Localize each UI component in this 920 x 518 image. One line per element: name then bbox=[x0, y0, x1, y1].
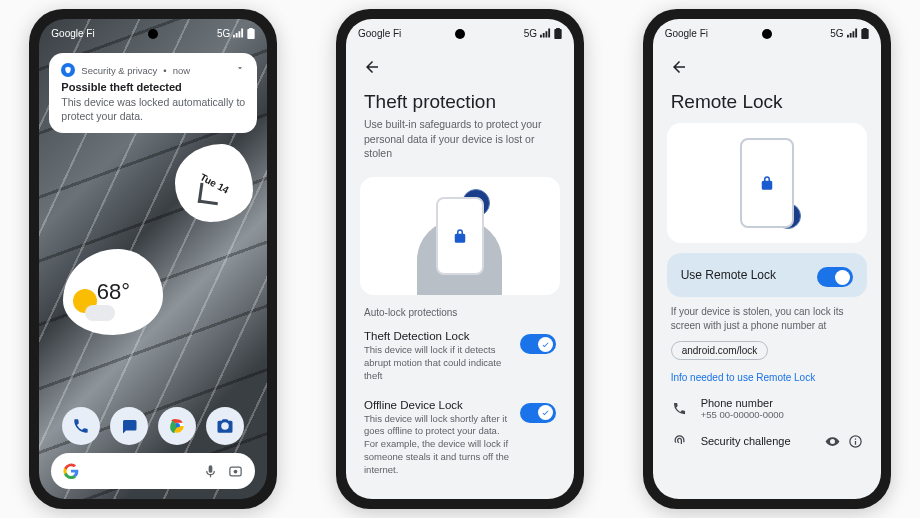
setting-title: Offline Device Lock bbox=[364, 399, 510, 411]
theft-notification-card[interactable]: Security & privacy • now Possible theft … bbox=[49, 53, 257, 133]
setting-desc: This device will lock if it detects abru… bbox=[364, 344, 510, 382]
page-subtitle: Use built-in safeguards to protect your … bbox=[346, 117, 574, 171]
signal-icon bbox=[233, 28, 244, 38]
eye-icon[interactable] bbox=[825, 434, 840, 449]
notification-title: Possible theft detected bbox=[61, 81, 245, 93]
signal-icon bbox=[540, 28, 551, 38]
phone-app-icon[interactable] bbox=[62, 407, 100, 445]
phone-mock-homescreen: Google Fi 5G Security & privacy • now Po bbox=[29, 9, 277, 509]
back-button[interactable] bbox=[665, 53, 693, 81]
search-bar[interactable] bbox=[51, 453, 255, 489]
setting-offline-device-lock[interactable]: Offline Device Lock This device will loc… bbox=[346, 393, 574, 487]
date-widget[interactable]: Tue 14 bbox=[175, 144, 253, 222]
camera-app-icon[interactable] bbox=[206, 407, 244, 445]
page-title: Remote Lock bbox=[653, 81, 881, 117]
lens-icon[interactable] bbox=[228, 464, 243, 479]
camera-punch-hole bbox=[148, 29, 158, 39]
notification-source: Security & privacy bbox=[81, 65, 157, 76]
phone-number-title: Phone number bbox=[701, 397, 784, 409]
setting-desc: This device will lock shortly after it g… bbox=[364, 413, 510, 477]
network-label: 5G bbox=[524, 28, 537, 39]
messages-app-icon[interactable] bbox=[110, 407, 148, 445]
carrier-label: Google Fi bbox=[51, 28, 94, 39]
toggle-label: Use Remote Lock bbox=[681, 268, 776, 282]
mic-icon[interactable] bbox=[203, 464, 218, 479]
cloud-icon bbox=[85, 305, 115, 321]
phone-number-value: +55 00-00000-0000 bbox=[701, 409, 784, 420]
battery-icon bbox=[861, 28, 869, 39]
phone-number-row[interactable]: Phone number +55 00-00000-0000 bbox=[653, 391, 881, 426]
battery-icon bbox=[554, 28, 562, 39]
carrier-label: Google Fi bbox=[665, 28, 708, 39]
battery-icon bbox=[247, 28, 255, 39]
remote-lock-illustration bbox=[667, 123, 867, 243]
toggle-theft-detection-lock[interactable] bbox=[520, 334, 556, 354]
setting-theft-detection-lock[interactable]: Theft Detection Lock This device will lo… bbox=[346, 324, 574, 392]
temperature-label: 68° bbox=[97, 279, 130, 305]
camera-punch-hole bbox=[762, 29, 772, 39]
theft-protection-illustration bbox=[360, 177, 560, 295]
phone-mock-theft-protection: Google Fi 5G Theft protection Use built-… bbox=[336, 9, 584, 509]
signal-icon bbox=[847, 28, 858, 38]
android-lock-link[interactable]: android.com/lock bbox=[671, 341, 769, 360]
use-remote-lock-toggle-card[interactable]: Use Remote Lock bbox=[667, 253, 867, 297]
page-title: Theft protection bbox=[346, 81, 574, 117]
network-label: 5G bbox=[830, 28, 843, 39]
google-g-icon bbox=[63, 463, 79, 479]
app-dock bbox=[39, 407, 267, 445]
setting-title: Theft Detection Lock bbox=[364, 330, 510, 342]
back-button[interactable] bbox=[358, 53, 386, 81]
camera-punch-hole bbox=[455, 29, 465, 39]
fingerprint-icon bbox=[671, 432, 689, 450]
carrier-label: Google Fi bbox=[358, 28, 401, 39]
lock-icon bbox=[758, 174, 776, 192]
info-icon[interactable] bbox=[848, 434, 863, 449]
chrome-app-icon[interactable] bbox=[158, 407, 196, 445]
notification-body: This device was locked automatically to … bbox=[61, 95, 245, 123]
svg-point-3 bbox=[234, 469, 238, 473]
phone-icon bbox=[671, 400, 689, 418]
security-challenge-row[interactable]: Security challenge bbox=[653, 426, 881, 456]
lock-icon bbox=[451, 227, 469, 245]
notification-time: now bbox=[173, 65, 190, 76]
security-challenge-title: Security challenge bbox=[701, 435, 791, 447]
network-label: 5G bbox=[217, 28, 230, 39]
toggle-offline-device-lock[interactable] bbox=[520, 403, 556, 423]
chevron-down-icon[interactable] bbox=[235, 63, 245, 75]
info-needed-link[interactable]: Info needed to use Remote Lock bbox=[653, 368, 881, 391]
remote-lock-note: If your device is stolen, you can lock i… bbox=[653, 305, 881, 339]
shield-privacy-icon bbox=[61, 63, 75, 77]
phone-mock-remote-lock: Google Fi 5G Remote Lock Use Remote Lock bbox=[643, 9, 891, 509]
section-label: Auto-lock protections bbox=[346, 305, 574, 324]
toggle-use-remote-lock[interactable] bbox=[817, 267, 853, 287]
